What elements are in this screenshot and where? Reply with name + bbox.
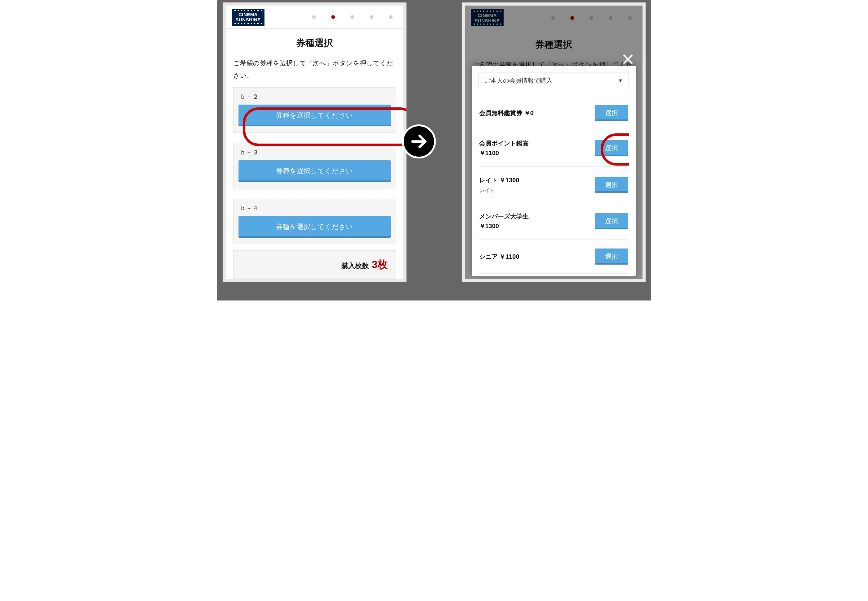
ticket-type-name: メンバーズ大学生: [479, 212, 528, 221]
purchase-summary-card: 購入枚数 3枚: [233, 250, 396, 279]
close-button[interactable]: [621, 53, 635, 66]
seat-card: ｂ－４ 券種を選択してください: [233, 199, 396, 244]
seat-card: ｂ－２ 券種を選択してください: [233, 87, 396, 133]
divider: [233, 139, 396, 139]
ticket-type-name: シニア ￥1100: [479, 252, 519, 261]
seat-card: ｂ－３ 券種を選択してください: [233, 143, 396, 188]
ticket-type-price: ￥1100: [479, 148, 528, 158]
step-dot: [389, 15, 393, 19]
purchase-type-selected: ご本人の会員情報で購入: [484, 76, 553, 85]
select-ticket-type-button[interactable]: 券種を選択してください: [239, 160, 391, 182]
left-phone: CINEMA SUNSHINE 券種選択 ご希望の券種を選択して「次へ」ボタンを…: [222, 2, 407, 282]
ticket-type-row: 会員ポイント鑑賞 ￥1100 選択: [478, 130, 629, 167]
chevron-down-icon: ▼: [618, 78, 623, 84]
right-phone: CINEMA SUNSHINE 券種選択 ご希望の券種を選択して「次へ」ボタンを…: [461, 2, 646, 282]
page-title: 券種選択: [226, 29, 404, 57]
step-dot: [350, 15, 354, 19]
logo-line1: CINEMA: [239, 12, 258, 17]
select-button[interactable]: 選択: [595, 249, 628, 265]
select-button[interactable]: 選択: [595, 140, 628, 156]
app-logo: CINEMA SUNSHINE: [232, 9, 265, 26]
step-dot: [312, 15, 316, 19]
seat-label: ｂ－３: [239, 146, 391, 160]
right-screen: CINEMA SUNSHINE 券種選択 ご希望の券種を選択して「次へ」ボタンを…: [465, 6, 643, 279]
ticket-type-sublabel: レイト: [479, 187, 519, 194]
ticket-type-name: 会員無料鑑賞券 ￥0: [479, 108, 534, 118]
ticket-type-row: レイト ￥1300 レイト 選択: [478, 167, 629, 203]
ticket-type-name: レイト ￥1300: [479, 175, 519, 185]
close-icon: [622, 53, 634, 65]
seat-label: ｂ－２: [239, 91, 391, 105]
ticket-type-sheet: ご本人の会員情報で購入 ▼ 会員無料鑑賞券 ￥0 選択 会員ポイント鑑賞: [472, 66, 636, 276]
select-button[interactable]: 選択: [595, 213, 628, 229]
select-button[interactable]: 選択: [595, 177, 628, 193]
progress-stepper: [265, 15, 404, 19]
select-ticket-type-button[interactable]: 券種を選択してください: [239, 216, 391, 238]
app-header: CINEMA SUNSHINE: [226, 6, 404, 29]
step-dot: [370, 15, 373, 19]
purchase-count-value: 3枚: [372, 258, 388, 272]
seat-label: ｂ－４: [239, 202, 391, 216]
select-ticket-type-label: 券種を選択してください: [276, 111, 353, 120]
ticket-type-row: シニア ￥1100 選択: [478, 240, 629, 274]
ticket-type-row: メンバーズ大学生 ￥1300 選択: [478, 203, 629, 240]
purchase-type-select[interactable]: ご本人の会員情報で購入 ▼: [478, 72, 629, 89]
divider: [233, 195, 396, 195]
page-description: ご希望の券種を選択して「次へ」ボタンを押してください。: [226, 57, 404, 87]
arrow-right-icon: [402, 124, 436, 159]
select-ticket-type-button[interactable]: 券種を選択してください: [239, 105, 391, 126]
step-dot-active: [331, 15, 335, 19]
ticket-type-row: 会員無料鑑賞券 ￥0 選択: [478, 96, 629, 130]
select-ticket-type-label: 券種を選択してください: [276, 222, 353, 232]
seat-list: ｂ－２ 券種を選択してください ｂ－３ 券種を選択してください ｂ－４: [226, 87, 404, 250]
ticket-type-price: ￥1300: [479, 221, 528, 231]
purchase-count-label: 購入枚数: [341, 261, 369, 270]
select-ticket-type-label: 券種を選択してください: [276, 166, 353, 176]
ticket-type-name: 会員ポイント鑑賞: [479, 139, 528, 148]
left-screen: CINEMA SUNSHINE 券種選択 ご希望の券種を選択して「次へ」ボタンを…: [226, 6, 404, 279]
logo-line2: SUNSHINE: [235, 17, 261, 22]
select-button[interactable]: 選択: [595, 105, 628, 121]
